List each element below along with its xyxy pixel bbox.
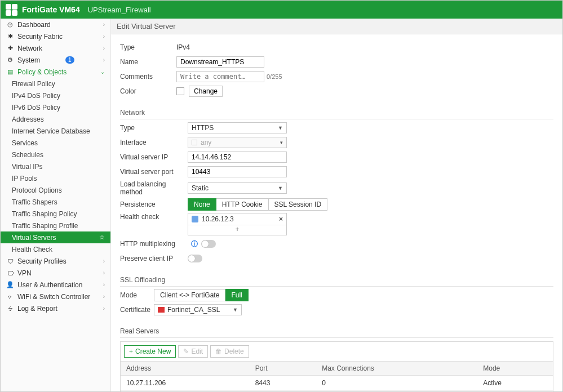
lb-value: Static (192, 184, 209, 192)
add-health-check[interactable]: + (188, 225, 286, 235)
sidebar-item-vpn[interactable]: 🖵VPN› (1, 267, 110, 279)
preserve-ip-label: Preserve client IP (120, 255, 188, 262)
mode-full[interactable]: Full (225, 289, 248, 301)
persist-label: Persistence (120, 201, 188, 208)
remove-icon[interactable]: × (279, 215, 283, 223)
sidebar-item-ipv4-dos-policy[interactable]: IPv4 DoS Policy (1, 90, 110, 101)
persistence-toggle: None HTTP Cookie SSL Session ID (188, 198, 327, 211)
health-check-value: 10.26.12.3 (202, 215, 234, 223)
vpn-icon: 🖵 (6, 270, 14, 277)
chevron-right-icon: › (103, 305, 105, 311)
product-name: FortiGate VM64 (22, 5, 80, 14)
sidebar-item-network[interactable]: ✚Network› (1, 42, 110, 54)
http-mux-label: HTTP multiplexing (120, 240, 188, 248)
create-new-button[interactable]: +Create New (124, 345, 176, 358)
sidebar-item-label: Security Profiles (17, 257, 67, 265)
chevron-down-icon: ⌄ (100, 69, 105, 75)
persist-ssl-session[interactable]: SSL Session ID (269, 198, 328, 211)
info-icon[interactable]: ⓘ (191, 239, 198, 249)
sidebar-item-label: Policy & Objects (17, 68, 67, 76)
ssl-heading: SSL Offloading (120, 270, 553, 287)
policy-icon: ▤ (6, 68, 14, 75)
http-mux-switch[interactable] (201, 240, 216, 248)
lb-select[interactable]: Static▼ (188, 182, 287, 194)
ssl-mode-toggle: Client <-> FortiGate Full (154, 289, 249, 301)
sidebar-item-addresses[interactable]: Addresses (1, 113, 110, 125)
name-input[interactable] (176, 56, 264, 68)
chevron-right-icon: › (103, 45, 105, 51)
cell-mode: Active (477, 376, 553, 391)
sidebar-item-traffic-shaping-profile[interactable]: Traffic Shaping Profile (1, 220, 110, 231)
color-label: Color (120, 87, 176, 95)
fortigate-logo-icon (5, 3, 17, 16)
chevron-down-icon: ▼ (233, 307, 238, 313)
form-content: TypeIPv4 Name Comments0/255 ColorChange … (111, 34, 562, 391)
cert-select[interactable]: Fortinet_CA_SSL▼ (154, 304, 242, 315)
preserve-ip-switch[interactable] (188, 255, 202, 262)
col-address[interactable]: Address (121, 362, 250, 376)
mode-client-fgt[interactable]: Client <-> FortiGate (154, 289, 225, 301)
main-panel: Edit Virtual Server TypeIPv4 Name Commen… (111, 19, 562, 391)
sidebar-item-firewall-policy[interactable]: Firewall Policy (1, 78, 110, 90)
chevron-right-icon: › (103, 270, 105, 276)
mode-label: Mode (120, 291, 154, 299)
sidebar-item-label: Traffic Shaping Profile (12, 222, 78, 230)
chevron-right-icon: › (103, 57, 105, 63)
sidebar-item-label: Health Check (12, 246, 52, 253)
sidebar-item-label: Log & Report (17, 305, 57, 313)
page-title: Edit Virtual Server (111, 19, 562, 34)
vip-input[interactable] (188, 152, 287, 163)
vport-input[interactable] (188, 166, 287, 177)
sidebar: ◷Dashboard› ✱Security Fabric› ✚Network› … (1, 19, 111, 391)
sidebar-item-schedules[interactable]: Schedules (1, 149, 110, 161)
interface-select[interactable]: any▾ (188, 137, 287, 148)
delete-button[interactable]: 🗑Delete (210, 345, 249, 358)
sidebar-item-ipv6-dos-policy[interactable]: IPv6 DoS Policy (1, 101, 110, 113)
name-label: Name (120, 58, 176, 66)
change-color-button[interactable]: Change (189, 86, 223, 97)
sidebar-item-label: Virtual IPs (12, 163, 42, 171)
sidebar-item-security-profiles[interactable]: 🛡Security Profiles› (1, 255, 110, 267)
vip-label: Virtual server IP (120, 153, 188, 161)
star-icon: ☆ (99, 234, 105, 241)
edit-button[interactable]: ✎Edit (178, 345, 208, 358)
sidebar-item-wifi-switch[interactable]: ᯤWiFi & Switch Controller› (1, 291, 110, 302)
persist-http-cookie[interactable]: HTTP Cookie (216, 198, 269, 211)
btn-label: Edit (191, 348, 203, 355)
chevron-right-icon: › (103, 282, 105, 288)
pencil-icon: ✎ (183, 348, 189, 355)
btn-label: Create New (135, 348, 171, 355)
sidebar-item-system[interactable]: ⚙System1› (1, 54, 110, 66)
top-bar: FortiGate VM64 UPStream_Firewall (1, 1, 562, 19)
sidebar-item-security-fabric[interactable]: ✱Security Fabric› (1, 30, 110, 42)
interface-label: Interface (120, 139, 188, 146)
sidebar-item-health-check[interactable]: Health Check (1, 243, 110, 255)
table-row[interactable]: 10.27.11.206 8443 0 Active (121, 376, 553, 391)
sidebar-item-virtual-servers[interactable]: Virtual Servers☆ (1, 231, 110, 243)
col-mode[interactable]: Mode (477, 362, 553, 376)
comments-label: Comments (120, 73, 176, 81)
col-maxconn[interactable]: Max Connections (316, 362, 477, 376)
sidebar-item-ip-pools[interactable]: IP Pools (1, 172, 110, 184)
sidebar-item-policy-objects[interactable]: ▤Policy & Objects⌄ (1, 66, 110, 78)
sidebar-item-log-report[interactable]: ⭍Log & Report› (1, 302, 110, 314)
vport-label: Virtual server port (120, 168, 188, 176)
persist-none[interactable]: None (188, 198, 216, 211)
sidebar-item-services[interactable]: Services (1, 137, 110, 149)
sidebar-item-user-auth[interactable]: 👤User & Authentication› (1, 279, 110, 291)
sidebar-item-label: Virtual Servers (12, 234, 56, 242)
chart-icon: ⭍ (6, 305, 14, 312)
comments-input[interactable] (176, 71, 264, 82)
col-port[interactable]: Port (250, 362, 317, 376)
sidebar-item-protocol-options[interactable]: Protocol Options (1, 184, 110, 196)
sidebar-item-traffic-shapers[interactable]: Traffic Shapers (1, 196, 110, 208)
sidebar-item-traffic-shaping-policy[interactable]: Traffic Shaping Policy (1, 208, 110, 220)
health-check-box[interactable]: 10.26.12.3× + (188, 213, 287, 235)
sidebar-item-isdb[interactable]: Internet Service Database (1, 125, 110, 137)
system-badge: 1 (65, 56, 74, 64)
net-type-select[interactable]: HTTPS▼ (188, 122, 287, 133)
sidebar-item-dashboard[interactable]: ◷Dashboard› (1, 19, 110, 30)
real-servers-toolbar: +Create New ✎Edit 🗑Delete (121, 342, 553, 361)
sidebar-item-label: System (17, 56, 40, 64)
sidebar-item-virtual-ips[interactable]: Virtual IPs (1, 161, 110, 172)
